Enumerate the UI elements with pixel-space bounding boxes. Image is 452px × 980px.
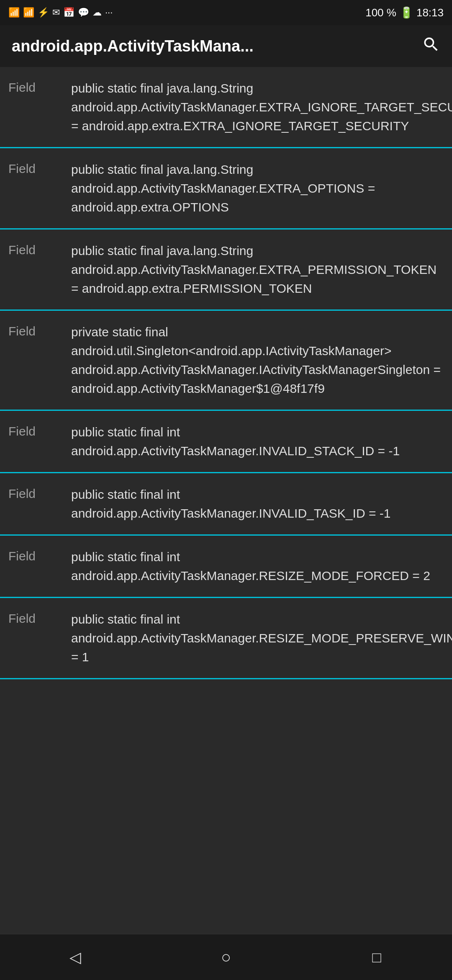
recents-icon: □ (372, 949, 381, 966)
field-value: public static final java.lang.String and… (71, 79, 452, 135)
field-type-label: Field (8, 547, 63, 563)
field-type-label: Field (8, 322, 63, 338)
field-type-label: Field (8, 610, 63, 626)
table-row[interactable]: Field public static final int android.ap… (0, 411, 452, 473)
mail-icon: ✉ (52, 7, 60, 18)
table-row[interactable]: Field public static final int android.ap… (0, 598, 452, 679)
field-value: public static final int android.app.Acti… (71, 547, 444, 585)
status-info-right: 100 % 🔋 18:13 (365, 6, 444, 19)
bottom-navigation: ◁ ○ □ (0, 934, 452, 980)
battery-icon: 🔋 (400, 6, 413, 19)
calendar-icon: 📅 (63, 7, 74, 18)
field-type-label: Field (8, 241, 63, 257)
signal-icon: 📶 (8, 7, 20, 18)
field-value: public static final java.lang.String and… (71, 241, 444, 298)
fields-list: Field public static final java.lang.Stri… (0, 67, 452, 934)
field-value: public static final int android.app.Acti… (71, 610, 452, 666)
field-value: public static final java.lang.String and… (71, 160, 444, 217)
field-type-label: Field (8, 79, 63, 95)
home-icon: ○ (221, 948, 231, 967)
time-display: 18:13 (416, 6, 444, 19)
field-value: private static final android.util.Single… (71, 322, 444, 398)
field-type-label: Field (8, 160, 63, 176)
table-row[interactable]: Field private static final android.util.… (0, 311, 452, 411)
field-type-label: Field (8, 485, 63, 501)
field-value: public static final int android.app.Acti… (71, 423, 444, 460)
table-row[interactable]: Field public static final java.lang.Stri… (0, 67, 452, 148)
field-value: public static final int android.app.Acti… (71, 485, 444, 523)
back-icon: ◁ (69, 949, 81, 966)
back-button[interactable]: ◁ (59, 941, 92, 974)
search-icon (422, 35, 440, 54)
recents-button[interactable]: □ (360, 941, 393, 974)
table-row[interactable]: Field public static final int android.ap… (0, 473, 452, 536)
wifi-icon: 📶 (23, 7, 34, 18)
field-type-label: Field (8, 423, 63, 438)
cloud-icon: ☁ (92, 7, 102, 18)
status-bar: 📶 📶 ⚡ ✉ 📅 💬 ☁ ··· 100 % 🔋 18:13 (0, 0, 452, 25)
status-icons-left: 📶 📶 ⚡ ✉ 📅 💬 ☁ ··· (8, 7, 113, 18)
app-header: android.app.ActivityTaskMana... (0, 25, 452, 67)
usb-icon: ⚡ (38, 7, 49, 18)
table-row[interactable]: Field public static final int android.ap… (0, 536, 452, 598)
home-button[interactable]: ○ (209, 941, 243, 974)
whatsapp-icon: 💬 (78, 7, 89, 18)
search-button[interactable] (422, 35, 440, 57)
table-row[interactable]: Field public static final java.lang.Stri… (0, 230, 452, 311)
page-title: android.app.ActivityTaskMana... (12, 37, 422, 55)
battery-level: 100 % (365, 6, 396, 19)
table-row[interactable]: Field public static final java.lang.Stri… (0, 148, 452, 230)
more-icons: ··· (105, 7, 113, 18)
